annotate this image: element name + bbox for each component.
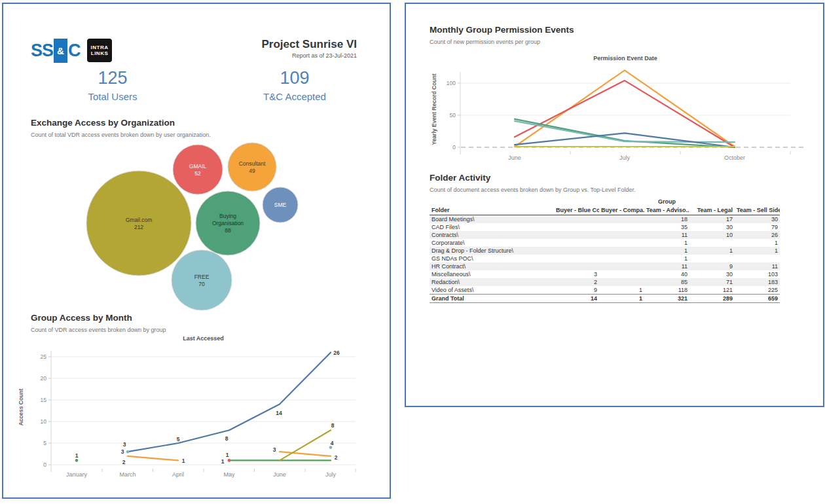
count-cell[interactable] xyxy=(689,239,735,247)
count-cell[interactable] xyxy=(599,278,644,286)
folder-name-cell[interactable]: HR Contract\ xyxy=(430,262,554,270)
table-row[interactable]: Contracts\111026 xyxy=(430,231,780,239)
count-cell[interactable]: 11 xyxy=(644,231,689,239)
count-cell[interactable] xyxy=(554,223,599,231)
permission-events-chart[interactable]: 050100JuneJulyOctober xyxy=(406,64,824,169)
point-marker[interactable] xyxy=(228,459,231,462)
count-cell[interactable] xyxy=(599,223,644,231)
y-tick-label: 20 xyxy=(41,375,47,382)
count-cell[interactable]: 321 xyxy=(644,295,689,303)
y-tick-label: 50 xyxy=(450,112,456,118)
table-row[interactable]: CAD Files\353079 xyxy=(430,223,780,231)
count-cell[interactable] xyxy=(554,255,599,262)
folder-name-cell[interactable]: Contracts\ xyxy=(430,231,554,239)
count-cell[interactable] xyxy=(599,215,644,224)
table-row[interactable]: Redaction\28571183 xyxy=(430,278,780,286)
table-row[interactable]: Board Meetings\181730 xyxy=(430,215,780,224)
folder-name-cell[interactable]: Grand Total xyxy=(430,295,554,303)
count-cell[interactable]: 118 xyxy=(644,286,689,295)
count-cell[interactable] xyxy=(554,215,599,224)
count-cell[interactable]: 183 xyxy=(735,278,780,286)
bubble-chart[interactable]: Gmail.com212BuyingOrganisation88GMAIL52C… xyxy=(3,136,391,312)
count-cell[interactable]: 289 xyxy=(689,295,735,303)
table-row[interactable]: Miscellaneous\34030103 xyxy=(430,270,780,278)
table-row-grand-total[interactable]: Grand Total141321289659 xyxy=(430,295,780,303)
y-tick-label: 25 xyxy=(41,353,47,360)
col-header-folder[interactable]: Folder xyxy=(430,206,554,215)
count-cell[interactable]: 35 xyxy=(644,223,689,231)
count-cell[interactable]: 14 xyxy=(554,295,599,303)
folder-name-cell[interactable]: CAD Files\ xyxy=(430,223,554,231)
count-cell[interactable]: 121 xyxy=(689,286,735,295)
table-row[interactable]: Drag & Drop - Folder Structure\111 xyxy=(430,247,780,255)
series-orange-early[interactable] xyxy=(128,456,178,461)
count-cell[interactable]: 30 xyxy=(689,270,735,278)
count-cell[interactable]: 71 xyxy=(689,278,735,286)
count-cell[interactable]: 40 xyxy=(644,270,689,278)
count-cell[interactable]: 10 xyxy=(689,231,735,239)
folder-name-cell[interactable]: Video of Assets\ xyxy=(430,286,554,295)
count-cell[interactable]: 1 xyxy=(599,286,644,295)
count-cell[interactable]: 1 xyxy=(599,295,644,303)
count-cell[interactable]: 18 xyxy=(644,215,689,224)
count-cell[interactable]: 3 xyxy=(554,270,599,278)
count-cell[interactable]: 1 xyxy=(644,239,689,247)
ssc-logo-ampersand: & xyxy=(54,39,67,63)
folder-name-cell[interactable]: Drag & Drop - Folder Structure\ xyxy=(430,247,554,255)
count-cell[interactable] xyxy=(599,239,644,247)
count-cell[interactable]: 30 xyxy=(735,215,780,224)
col-header-team-legal[interactable]: Team - Legal xyxy=(689,206,735,215)
count-cell[interactable] xyxy=(599,270,644,278)
count-cell[interactable]: 11 xyxy=(644,262,689,270)
col-header-buyer-blue-co[interactable]: Buyer - Blue Co. xyxy=(554,206,599,215)
table-row[interactable]: Corporarate\11 xyxy=(430,239,780,247)
count-cell[interactable]: 103 xyxy=(735,270,780,278)
count-cell[interactable]: 1 xyxy=(689,247,735,255)
ssc-logo-ss: SS xyxy=(31,41,53,61)
series-blue[interactable] xyxy=(128,352,331,452)
count-cell[interactable]: 1 xyxy=(735,239,780,247)
count-cell[interactable] xyxy=(599,231,644,239)
count-cell[interactable] xyxy=(735,255,780,262)
col-header-team-sell-side[interactable]: Team - Sell Side xyxy=(735,206,780,215)
count-cell[interactable]: 659 xyxy=(735,295,780,303)
folder-name-cell[interactable]: Redaction\ xyxy=(430,278,554,286)
count-cell[interactable]: 17 xyxy=(689,215,735,224)
folder-name-cell[interactable]: GS NDAs POC\ xyxy=(430,255,554,262)
count-cell[interactable]: 1 xyxy=(644,247,689,255)
count-cell[interactable]: 26 xyxy=(735,231,780,239)
series-orange[interactable] xyxy=(515,70,735,147)
count-cell[interactable] xyxy=(554,247,599,255)
folder-name-cell[interactable]: Board Meetings\ xyxy=(430,215,554,224)
count-cell[interactable] xyxy=(599,247,644,255)
count-cell[interactable] xyxy=(599,262,644,270)
point-marker[interactable] xyxy=(329,446,333,449)
count-cell[interactable] xyxy=(554,231,599,239)
table-group-header-row: Group xyxy=(430,198,780,206)
series-red[interactable] xyxy=(515,81,735,147)
count-cell[interactable]: 2 xyxy=(554,278,599,286)
count-cell[interactable]: 79 xyxy=(735,223,780,231)
count-cell[interactable]: 30 xyxy=(689,223,735,231)
col-header-buyer-compa[interactable]: Buyer - Compa.. xyxy=(599,206,644,215)
col-header-team-adviso[interactable]: Team - Adviso.. xyxy=(644,206,689,215)
count-cell[interactable]: 9 xyxy=(689,262,735,270)
count-cell[interactable]: 11 xyxy=(735,262,780,270)
count-cell[interactable]: 1 xyxy=(644,255,689,262)
group-access-chart[interactable]: 0510152025JanuaryMarchAprilMayJuneJuly13… xyxy=(3,331,391,488)
point-marker[interactable] xyxy=(126,450,130,454)
count-cell[interactable]: 9 xyxy=(554,286,599,295)
table-row[interactable]: GS NDAs POC\1 xyxy=(430,255,780,262)
count-cell[interactable] xyxy=(599,255,644,262)
point-marker[interactable] xyxy=(75,459,79,462)
count-cell[interactable] xyxy=(689,255,735,262)
count-cell[interactable]: 225 xyxy=(735,286,780,295)
table-row[interactable]: HR Contract\11911 xyxy=(430,262,780,270)
table-row[interactable]: Video of Assets\91118121225 xyxy=(430,286,780,295)
count-cell[interactable] xyxy=(554,239,599,247)
count-cell[interactable]: 85 xyxy=(644,278,689,286)
count-cell[interactable]: 1 xyxy=(735,247,780,255)
folder-name-cell[interactable]: Miscellaneous\ xyxy=(430,270,554,278)
folder-name-cell[interactable]: Corporarate\ xyxy=(430,239,554,247)
count-cell[interactable] xyxy=(554,262,599,270)
